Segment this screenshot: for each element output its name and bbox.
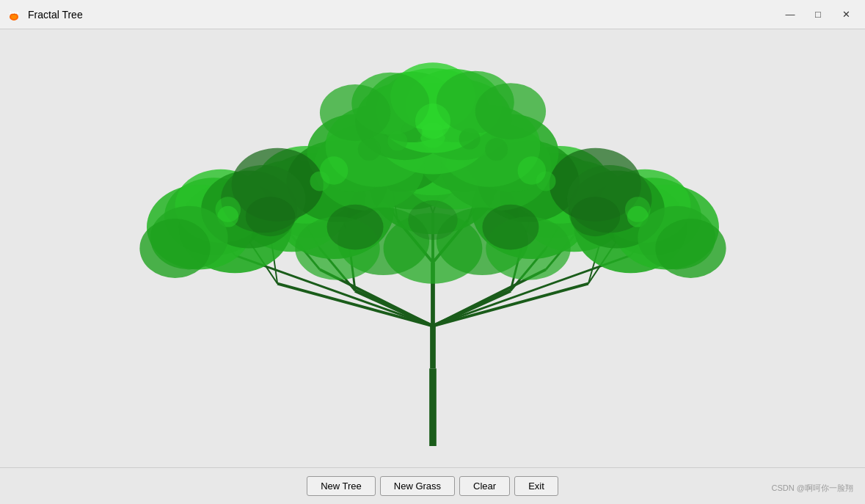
java-icon: Java [6,7,22,23]
svg-point-116 [518,156,547,185]
clear-button[interactable]: Clear [459,476,510,496]
new-grass-button[interactable]: New Grass [380,476,455,496]
svg-point-118 [625,197,651,222]
close-button[interactable]: ✕ [833,4,859,25]
svg-point-102 [408,200,457,240]
svg-point-1 [11,15,17,19]
svg-point-108 [655,219,726,278]
svg-point-101 [482,205,539,250]
svg-point-94 [358,138,381,161]
bottom-bar: New Tree New Grass Clear Exit CSDN @啊呵你一… [0,467,865,504]
svg-point-95 [485,138,508,161]
title-bar-left: Java Fractal Tree [6,7,83,23]
new-tree-button[interactable]: New Tree [307,476,376,496]
exit-button[interactable]: Exit [514,476,558,496]
title-bar-controls: — □ ✕ [777,4,859,25]
watermark-text: CSDN @啊呵你一脸翔 [772,483,853,494]
svg-point-100 [327,205,384,250]
svg-point-115 [320,156,348,185]
svg-point-112 [320,84,390,141]
svg-point-114 [415,103,450,139]
svg-text:Java: Java [9,10,19,15]
svg-point-106 [139,219,210,278]
svg-point-113 [475,83,546,139]
svg-point-103 [246,197,295,236]
title-bar: Java Fractal Tree — □ ✕ [0,0,865,29]
svg-point-104 [571,197,620,236]
maximize-button[interactable]: □ [805,4,831,25]
minimize-button[interactable]: — [777,4,803,25]
window-title: Fractal Tree [28,9,83,21]
fractal-tree-canvas [0,29,865,467]
svg-point-117 [215,197,241,222]
canvas-area [0,29,865,467]
